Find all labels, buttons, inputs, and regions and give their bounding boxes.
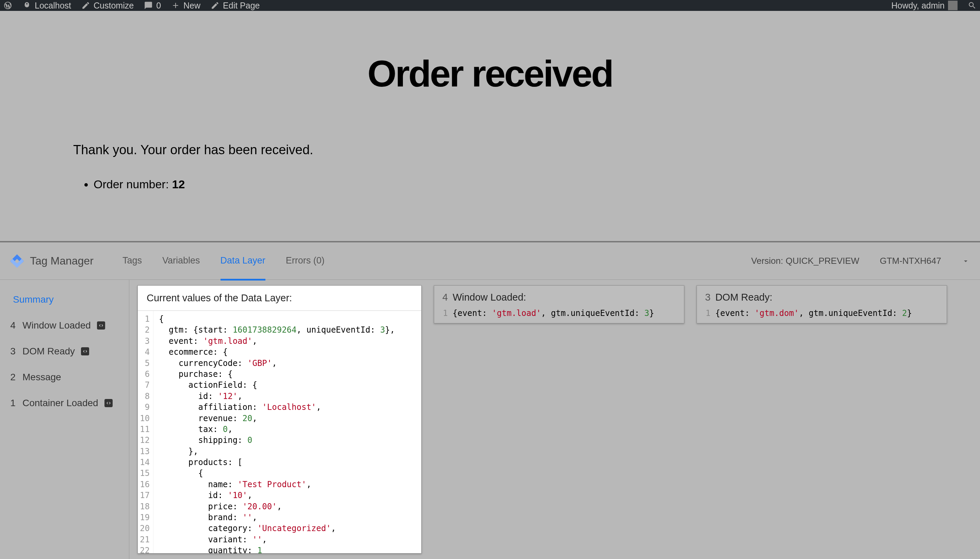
wp-admin-bar: Localhost Customize 0 New Edit Page Howd… (0, 0, 980, 11)
comments-link[interactable]: 0 (144, 1, 161, 10)
order-number-item: Order number: 12 (94, 178, 980, 191)
event-num: 1 (10, 398, 16, 408)
gtm-header: Tag Manager Tags Variables Data Layer Er… (0, 242, 980, 280)
customize-text: Customize (94, 1, 134, 10)
data-layer-source: { gtm: {start: 1601738829264, uniqueEven… (153, 311, 401, 553)
event-card-title: 4Window Loaded: (434, 286, 684, 306)
event-num: 3 (10, 346, 16, 357)
line-number: 1 (704, 308, 711, 318)
event-label: DOM Ready (23, 346, 75, 357)
sidebar-summary[interactable]: Summary (0, 287, 129, 313)
wp-logo-icon[interactable] (3, 1, 12, 10)
howdy-text: Howdy, admin (891, 1, 945, 10)
code-badge-icon (97, 321, 105, 329)
data-layer-values-card: Current values of the Data Layer: 123456… (137, 285, 422, 554)
gtm-main: Current values of the Data Layer: 123456… (129, 280, 980, 559)
event-label: Window Loaded (23, 320, 91, 331)
avatar (948, 1, 957, 10)
thank-you-message: Thank you. Your order has been received. (73, 143, 980, 157)
order-number-label: Order number: (94, 178, 172, 191)
customize-link[interactable]: Customize (81, 1, 134, 10)
event-num: 4 (10, 320, 16, 331)
site-name-text: Localhost (35, 1, 71, 10)
new-text: New (183, 1, 200, 10)
edit-page-link[interactable]: Edit Page (211, 1, 260, 10)
tab-errors[interactable]: Errors (0) (286, 242, 325, 281)
event-num: 2 (10, 372, 16, 383)
gtm-product-name: Tag Manager (30, 255, 94, 267)
gtm-debugger: Tag Manager Tags Variables Data Layer Er… (0, 241, 980, 559)
gtm-meta: Version: QUICK_PREVIEW GTM-NTXH647 (751, 256, 970, 266)
event-label: Message (23, 372, 61, 383)
edit-page-text: Edit Page (223, 1, 260, 10)
line-number: 1 (441, 308, 448, 318)
line-numbers: 12345678910111213141516171819202122 (138, 311, 153, 553)
page-content: Order received Thank you. Your order has… (0, 11, 980, 252)
tab-tags[interactable]: Tags (122, 242, 142, 281)
site-name-link[interactable]: Localhost (23, 1, 71, 10)
event-snippet: {event: 'gtm.load', gtm.uniqueEventId: 3… (452, 308, 654, 318)
event-snippet: {event: 'gtm.dom', gtm.uniqueEventId: 2} (715, 308, 912, 318)
code-badge-icon (81, 347, 89, 356)
event-sidebar: Summary 4Window Loaded3DOM Ready2Message… (0, 280, 129, 559)
tab-variables[interactable]: Variables (162, 242, 200, 281)
new-link[interactable]: New (171, 1, 200, 10)
sidebar-event-item[interactable]: 1Container Loaded (0, 390, 129, 416)
order-number-value: 12 (172, 178, 185, 191)
card-title: Current values of the Data Layer: (138, 286, 421, 311)
event-card-title: 3DOM Ready: (697, 286, 947, 306)
event-card[interactable]: 4Window Loaded: 1{event: 'gtm.load', gtm… (434, 285, 684, 323)
sidebar-event-item[interactable]: 4Window Loaded (0, 313, 129, 338)
sidebar-event-item[interactable]: 3DOM Ready (0, 338, 129, 364)
gtm-version: Version: QUICK_PREVIEW (751, 256, 860, 266)
search-icon[interactable] (968, 1, 977, 10)
code-badge-icon (104, 399, 113, 407)
gtm-container-id: GTM-NTXH647 (879, 256, 941, 266)
howdy-link[interactable]: Howdy, admin (891, 1, 957, 10)
chevron-down-icon[interactable] (962, 257, 970, 265)
tab-data-layer[interactable]: Data Layer (221, 242, 266, 281)
event-card[interactable]: 3DOM Ready: 1{event: 'gtm.dom', gtm.uniq… (696, 285, 947, 323)
gtm-logo[interactable]: Tag Manager (10, 254, 122, 268)
page-title: Order received (0, 52, 980, 95)
gtm-tabs: Tags Variables Data Layer Errors (0) (122, 242, 325, 281)
sidebar-event-item[interactable]: 2Message (0, 364, 129, 390)
comments-count: 0 (156, 1, 161, 10)
event-label: Container Loaded (23, 398, 98, 408)
